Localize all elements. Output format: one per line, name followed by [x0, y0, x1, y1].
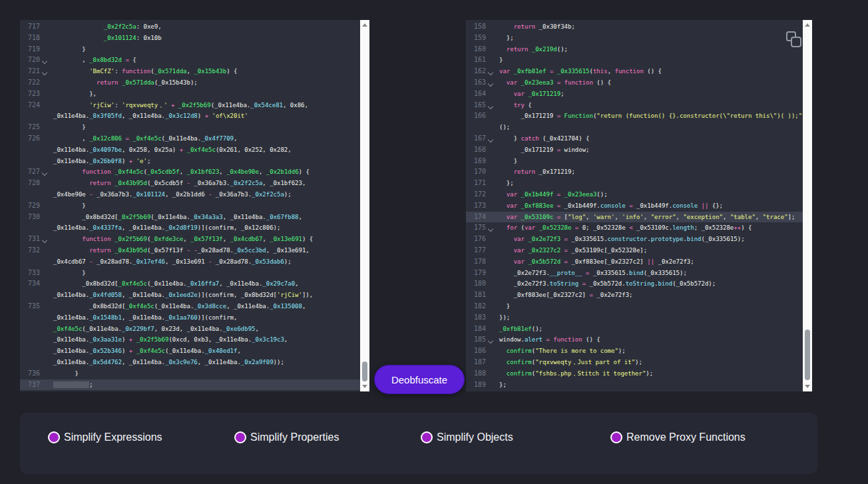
- option-radio-icon[interactable]: [421, 431, 433, 443]
- fold-gutter: [486, 111, 495, 122]
- fold-gutter: [40, 89, 49, 100]
- code-text: var _0x2e72f3 = _0x335615.constructor.pr…: [495, 234, 812, 245]
- code-line: _0x11e4ba._0x3aa31e) + _0x2f5b69(0xcd, 0…: [20, 334, 369, 346]
- code-line: 729 }: [20, 200, 369, 212]
- code-text: var _0xfb81ef = _0x335615(this, function…: [495, 66, 812, 77]
- fold-chevron-down-icon[interactable]: [486, 66, 495, 77]
- code-line: 176 var _0x2e72f3 = _0x335615.constructo…: [466, 234, 812, 245]
- line-number: [20, 334, 40, 346]
- scroll-down-arrow-icon[interactable]: [805, 385, 810, 388]
- code-text: _0x171219 = Function("return (function()…: [495, 111, 812, 122]
- code-line: 167 } catch (_0x421704) {: [466, 133, 812, 144]
- code-text: 'rjCiw': 'rqxvweqty，' + _0x2f5b69(_0x11e…: [49, 100, 369, 111]
- code-line: 727 function _0xf4e5c(_0x5cdb5f, _0x1bf6…: [20, 166, 369, 178]
- fold-gutter: [40, 379, 49, 391]
- scroll-down-arrow-icon[interactable]: [362, 385, 367, 388]
- fold-chevron-down-icon[interactable]: [486, 133, 495, 144]
- fold-gutter: [40, 268, 49, 279]
- fold-chevron-down-icon[interactable]: [486, 222, 495, 234]
- fold-gutter: [486, 178, 495, 189]
- options-panel: Simplify ExpressionsSimplify PropertiesS…: [20, 413, 817, 474]
- code-line: _0xf4e5c(_0x11e4ba._0x229bf7, 0x23d, _0x…: [20, 324, 369, 335]
- fold-gutter: [486, 357, 495, 368]
- code-line: _0x11e4ba._0x4097be, 0x258, 0x25a) + _0x…: [20, 144, 369, 156]
- option-radio-icon[interactable]: [610, 431, 622, 443]
- code-line: 734 _0x8bd32d[_0xf4e5c(_0x11e4ba._0x16ff…: [20, 278, 369, 290]
- fold-gutter: [40, 334, 49, 346]
- scroll-up-arrow-icon[interactable]: [805, 23, 810, 27]
- output-code-editor[interactable]: 158 return _0x30f34b;159 };160 return _0…: [466, 20, 812, 391]
- code-text: _0x171219 = window;: [495, 144, 812, 156]
- output-editor-scrollbar[interactable]: [803, 20, 812, 391]
- code-text: _0xf883ee[_0x2327c2] = _0x2e72f3;: [495, 290, 812, 301]
- option-remove-proxy-functions[interactable]: Remove Proxy Functions: [610, 431, 746, 443]
- fold-gutter: [40, 189, 49, 200]
- line-number: [20, 357, 40, 368]
- line-number: 162: [466, 66, 486, 77]
- line-number: 160: [466, 44, 486, 55]
- line-number: 176: [466, 234, 486, 245]
- line-number: 737: [20, 379, 40, 391]
- code-text: return _0x219d();: [495, 44, 812, 55]
- deobfuscate-button[interactable]: Deobfuscate: [374, 365, 465, 394]
- fold-chevron-down-icon[interactable]: [486, 77, 495, 89]
- line-number: 185: [466, 334, 486, 346]
- input-code-editor[interactable]: 717 _0x2f2c5a: 0xe9,718 _0x101124: 0x10b…: [20, 20, 369, 391]
- code-text: , _0x8bd32d = {: [49, 55, 369, 66]
- line-number: [20, 189, 40, 200]
- option-simplify-properties[interactable]: Simplify Properties: [234, 431, 339, 443]
- input-editor-scrollbar[interactable]: [360, 20, 369, 391]
- code-line: 159 };: [466, 33, 812, 44]
- code-line: 184_0xfb81ef();: [466, 324, 812, 335]
- deobfuscator-app: { "button": { "label": "Deobfuscate" }, …: [0, 0, 868, 484]
- code-line-highlighted: 174 var _0x53109c = ["log", 'warn', 'inf…: [466, 212, 812, 223]
- fold-chevron-down-icon[interactable]: [40, 234, 49, 245]
- option-radio-icon[interactable]: [48, 431, 60, 443]
- fold-chevron-down-icon[interactable]: [486, 334, 495, 346]
- fold-chevron-down-icon[interactable]: [40, 166, 49, 178]
- line-number: 736: [20, 368, 40, 379]
- fold-gutter: [486, 189, 495, 200]
- code-line: 164 var _0x171219;: [466, 89, 812, 100]
- fold-gutter: [40, 290, 49, 301]
- code-text: for (var _0x52328e = 0; _0x52328e < _0x5…: [495, 222, 812, 234]
- line-number: 171: [466, 178, 486, 189]
- line-number: 187: [466, 357, 486, 368]
- scrollbar-thumb[interactable]: [362, 362, 367, 381]
- code-line: 175 for (var _0x52328e = 0; _0x52328e < …: [466, 222, 812, 234]
- fold-gutter: [486, 44, 495, 55]
- code-line: 186 confirm("There is more to come");: [466, 346, 812, 357]
- line-number: 166: [466, 111, 486, 122]
- code-line: 736 }: [20, 368, 369, 379]
- option-radio-icon[interactable]: [234, 431, 246, 443]
- code-line: _0x11e4ba._0x26b0f8) + 'e';: [20, 156, 369, 167]
- code-line: _0x11e4ba._0x5d4762, _0x11e4ba._0x3c9e76…: [20, 357, 369, 368]
- fold-chevron-down-icon[interactable]: [486, 100, 495, 111]
- fold-chevron-down-icon[interactable]: [40, 55, 49, 66]
- code-line: 177 var _0x2327c2 = _0x53109c[_0x52328e]…: [466, 245, 812, 256]
- fold-gutter: [40, 368, 49, 379]
- scrollbar-thumb[interactable]: [805, 330, 810, 380]
- code-text: var _0xf883ee = _0x1b449f.console = _0x1…: [495, 200, 812, 212]
- fold-gutter: [486, 379, 495, 391]
- option-simplify-objects[interactable]: Simplify Objects: [421, 431, 513, 443]
- option-simplify-expressions[interactable]: Simplify Expressions: [48, 431, 162, 443]
- fold-chevron-down-icon[interactable]: [40, 66, 49, 77]
- copy-icon[interactable]: [785, 31, 803, 49]
- line-number: 174: [466, 212, 486, 223]
- code-text: _0x2e72f3.__proto__ = _0x335615.bind(_0x…: [495, 268, 812, 279]
- code-line: 170 return _0x171219;: [466, 166, 812, 178]
- line-number: 168: [466, 144, 486, 156]
- code-line: _0x4be90e - _0x36a7b3._0x101124, _0x2b1d…: [20, 189, 369, 200]
- scroll-up-arrow-icon[interactable]: [362, 23, 367, 27]
- fold-gutter: [486, 156, 495, 167]
- code-line: 730 _0x8bd32d[_0x2f5b69(_0x11e4ba._0x34a…: [20, 212, 369, 223]
- code-text: _0x4cdb67 - _0x28ad78._0x17ef46, _0x13e6…: [49, 256, 369, 268]
- code-text: var _0x53109c = ["log", 'warn', 'info', …: [495, 212, 812, 223]
- code-text: _0x8bd32d[_0xf4e5c(_0x11e4ba._0x3d8cce, …: [49, 301, 369, 312]
- code-line: 168 _0x171219 = window;: [466, 144, 812, 156]
- line-number: 175: [466, 222, 486, 234]
- code-line: 724 'rjCiw': 'rqxvweqty，' + _0x2f5b69(_0…: [20, 100, 369, 111]
- fold-gutter: [40, 245, 49, 256]
- code-line: 728 return _0x43b95d(_0x5cdb5f - _0x36a7…: [20, 178, 369, 189]
